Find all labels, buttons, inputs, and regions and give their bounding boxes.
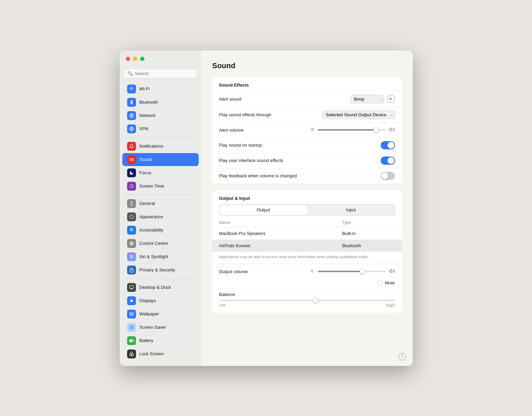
sidebar-item-desktop[interactable]: Desktop & Dock	[122, 281, 199, 294]
sidebar-label-desktop: Desktop & Dock	[139, 285, 171, 290]
sidebar-label-battery: Battery	[139, 338, 153, 343]
sidebar: 🔍 Wi-Fi Bluetooth	[120, 50, 201, 366]
sidebar-item-displays[interactable]: Displays	[122, 294, 199, 307]
search-box[interactable]: 🔍	[124, 69, 197, 78]
balance-slider-wrapper: Left Right	[219, 300, 395, 307]
output-volume-label: Output volume	[219, 269, 248, 274]
alert-volume-track[interactable]	[318, 129, 386, 131]
balance-thumb	[313, 298, 318, 303]
help-button[interactable]: ?	[398, 353, 406, 360]
siri-icon: S	[127, 252, 136, 261]
accessibility-icon	[127, 226, 136, 235]
sound-effects-card: Sound Effects Alert sound Boop Blow Bott…	[212, 77, 402, 183]
tab-output[interactable]: Output	[220, 205, 307, 215]
output-volume-high-icon	[389, 268, 395, 275]
mute-label: Mute	[385, 280, 395, 285]
sidebar-group-display: Desktop & Dock Displays Wallpaper	[120, 281, 201, 360]
sidebar-label-displays: Displays	[139, 298, 156, 303]
sidebar-item-siri[interactable]: S Siri & Spotlight	[122, 250, 199, 263]
alert-sound-select[interactable]: Boop Blow Bottle Frog Funk Glass Hero Mo…	[350, 95, 384, 103]
sidebar-label-network: Network	[139, 113, 156, 118]
output-input-header: Output & Input	[212, 190, 402, 204]
sidebar-item-wallpaper[interactable]: Wallpaper	[122, 308, 199, 321]
play-feedback-toggle[interactable]	[381, 172, 395, 180]
play-ui-row: Play user interface sound effects	[212, 153, 402, 168]
search-icon: 🔍	[127, 71, 133, 76]
balance-left-label: Left	[219, 303, 225, 307]
svg-rect-11	[130, 243, 131, 245]
sound-icon	[127, 155, 136, 164]
network-icon	[127, 111, 136, 120]
controlcentre-icon	[127, 239, 136, 248]
window-controls	[126, 57, 145, 61]
minimize-button[interactable]	[133, 57, 137, 61]
output-volume-control	[310, 268, 395, 275]
sidebar-item-notifications[interactable]: Notifications	[122, 140, 199, 153]
svg-rect-12	[132, 243, 133, 245]
screensaver-icon	[127, 323, 136, 332]
sidebar-item-general[interactable]: General	[122, 197, 199, 210]
sidebar-label-appearance: Appearance	[139, 214, 163, 219]
sidebar-item-lockscreen[interactable]: Lock Screen	[122, 347, 199, 360]
sidebar-item-vpn[interactable]: VPN	[122, 122, 199, 135]
play-alert-sound-button[interactable]	[387, 95, 395, 103]
svg-marker-29	[389, 128, 392, 131]
svg-marker-4	[130, 158, 131, 161]
output-input-card: Output & Input Output Input Name Type Ma…	[212, 190, 402, 313]
fullscreen-button[interactable]	[140, 57, 145, 61]
sidebar-item-accessibility[interactable]: Accessibility	[122, 224, 199, 237]
device-type-1: Built-in	[335, 227, 401, 239]
sidebar-item-wifi[interactable]: Wi-Fi	[122, 83, 199, 95]
sidebar-label-screentime: Screen Time	[139, 183, 164, 189]
sidebar-label-focus: Focus	[139, 170, 151, 175]
close-button[interactable]	[126, 57, 130, 61]
table-row[interactable]: AirPods Ксения Bluetooth	[212, 239, 402, 252]
output-volume-track[interactable]	[318, 271, 386, 272]
svg-rect-14	[130, 285, 134, 288]
sound-effects-header: Sound Effects	[212, 77, 402, 91]
sidebar-label-bluetooth: Bluetooth	[139, 100, 158, 105]
sidebar-item-appearance[interactable]: Appearance	[122, 210, 199, 223]
svg-point-17	[131, 300, 133, 302]
sidebar-item-focus[interactable]: Focus	[122, 166, 199, 179]
play-through-row: Play sound effects through Selected Soun…	[212, 107, 402, 122]
alert-sound-label: Alert sound	[219, 96, 242, 102]
tab-input[interactable]: Input	[307, 205, 395, 215]
sidebar-item-screentime[interactable]: Screen Time	[122, 180, 199, 193]
alert-sound-control: Boop Blow Bottle Frog Funk Glass Hero Mo…	[350, 95, 395, 103]
sidebar-item-privacy[interactable]: Privacy & Security	[122, 264, 199, 277]
play-startup-toggle[interactable]	[381, 141, 395, 149]
general-icon	[127, 199, 136, 208]
search-input[interactable]	[135, 71, 194, 76]
sidebar-label-vpn: VPN	[139, 126, 149, 131]
sidebar-item-sound[interactable]: Sound	[122, 153, 199, 166]
sidebar-label-accessibility: Accessibility	[139, 227, 164, 233]
table-row[interactable]: MacBook Pro Speakers Built-in	[212, 227, 402, 239]
sidebar-item-battery[interactable]: Battery	[122, 334, 199, 347]
sidebar-item-bluetooth[interactable]: Bluetooth	[122, 96, 199, 109]
sidebar-scroll: Wi-Fi Bluetooth Network	[120, 82, 201, 366]
sidebar-label-siri: Siri & Spotlight	[139, 254, 168, 259]
page-title: Sound	[212, 61, 402, 70]
balance-label: Balance	[219, 292, 395, 297]
sidebar-item-network[interactable]: Network	[122, 109, 199, 122]
mute-checkbox[interactable]	[378, 280, 382, 285]
output-input-tabs: Output Input	[219, 204, 395, 216]
balance-track[interactable]	[219, 300, 395, 301]
sidebar-item-controlcentre[interactable]: Control Centre	[122, 237, 199, 250]
play-ui-toggle[interactable]	[381, 157, 395, 165]
output-volume-row: Output volume	[212, 264, 402, 279]
balance-section: Balance Left Right	[212, 288, 402, 313]
output-volume-low-icon	[310, 269, 315, 274]
sidebar-item-screensaver[interactable]: Screen Saver	[122, 321, 199, 334]
head-pose-info: Applications may be able to access head …	[212, 252, 402, 264]
svg-rect-10	[132, 241, 133, 243]
balance-right-label: Right	[386, 303, 395, 307]
play-startup-label: Play sound on startup	[219, 143, 262, 148]
sidebar-label-controlcentre: Control Centre	[139, 241, 168, 246]
lockscreen-icon	[127, 350, 136, 358]
notifications-icon	[127, 142, 136, 151]
sidebar-label-privacy: Privacy & Security	[139, 267, 175, 272]
play-ui-knob	[387, 157, 394, 164]
play-through-select[interactable]: Selected Sound Output Device MacBook Pro…	[322, 110, 395, 119]
